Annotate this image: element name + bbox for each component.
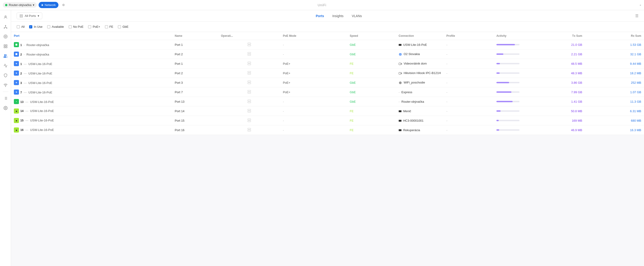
operation-cell [218, 87, 280, 97]
tab-insights[interactable]: Insights [329, 13, 347, 19]
table-row[interactable]: ■ 15 — USW-Lite-16-PoE Port 15 - FE HC3-… [11, 116, 644, 125]
svg-rect-22 [20, 15, 23, 16]
sidebar-item-wireless[interactable] [2, 81, 10, 89]
activity-bar-fill [496, 44, 515, 45]
connection-cell: - Router-obývačka [396, 97, 444, 106]
sidebar-item-topology[interactable] [2, 23, 10, 31]
menu-icon[interactable]: ☰ [635, 14, 638, 18]
speed-cell: GbE [347, 97, 396, 106]
svg-point-2 [4, 28, 4, 29]
port-dash: — [26, 128, 28, 132]
sidebar-item-user[interactable] [2, 13, 10, 21]
checkbox-no-poe[interactable] [68, 25, 72, 29]
poe-mode-cell: - [280, 40, 347, 50]
tab-ports[interactable]: Ports [312, 13, 328, 19]
poe-mode-cell: - [280, 97, 347, 106]
svg-rect-70 [248, 121, 250, 122]
port-number: 14 [20, 109, 24, 113]
checkbox-in-use[interactable] [29, 25, 32, 29]
col-port[interactable]: Port [11, 32, 172, 40]
rx-sum-cell: 11.3 GB [585, 97, 644, 106]
port-dash: — [24, 81, 26, 85]
connection-name: USW-Lite-16-PoE [403, 43, 427, 47]
operation-cell [218, 97, 280, 106]
sidebar-item-shield[interactable] [2, 71, 10, 80]
col-profile: Profile [444, 32, 494, 40]
port-status-icon [14, 99, 19, 104]
hdd-icon [248, 81, 251, 84]
rx-sum-cell: 252 MB [585, 78, 644, 87]
port-name-cell: Port 13 [172, 97, 218, 106]
profile-cell: - [444, 78, 494, 87]
sidebar-item-settings[interactable] [2, 104, 10, 112]
table-row[interactable]: 2 - Router-obývačka Port 2 - GbE O2 Slov… [11, 50, 644, 59]
col-speed: Speed [347, 32, 396, 40]
table-row[interactable]: 2 — USW-Lite-16-PoE Port 2 PoE+ FE Hikvi… [11, 69, 644, 78]
port-name-cell: Port 7 [172, 87, 218, 97]
operation-cell [218, 78, 280, 87]
col-tx-sum: Tx Sum [526, 32, 585, 40]
activity-bar [496, 129, 520, 131]
svg-rect-31 [16, 53, 17, 55]
port-device: USW-Lite-16-PoE [30, 119, 54, 122]
tab-vlans[interactable]: VLANs [348, 13, 366, 19]
sidebar-item-stats[interactable] [2, 42, 10, 51]
svg-point-1 [5, 25, 6, 26]
device-selector[interactable]: Router-obývačka ▾ [3, 2, 37, 8]
sidebar-item-routes[interactable] [2, 62, 10, 70]
checkbox-gbe[interactable] [118, 25, 121, 29]
operation-cell [218, 106, 280, 116]
table-row[interactable]: 1 — USW-Lite-16-PoE Port 1 PoE+ FE Video… [11, 59, 644, 69]
operation-cell [218, 50, 280, 59]
activity-bar [496, 91, 520, 93]
profile-cell: - [444, 97, 494, 106]
sidebar-divider [3, 92, 8, 92]
checkbox-available[interactable] [47, 25, 50, 29]
sidebar-item-target[interactable] [2, 32, 10, 41]
poe-mode-cell: - [280, 125, 347, 135]
filter-fe-label: FE [110, 25, 114, 29]
port-name-cell: Port 2 [172, 69, 218, 78]
operation-cell [218, 40, 280, 50]
table-row[interactable]: 3 — USW-Lite-16-PoE Port 3 PoE+ GbE WiFi… [11, 78, 644, 87]
svg-point-0 [5, 16, 6, 17]
nav-tab-network[interactable]: Network [38, 2, 58, 8]
connection-name: O2 Slovakia [404, 52, 420, 56]
activity-cell [494, 87, 526, 97]
table-row[interactable]: 13 — USW-Lite-16-PoE Port 13 - GbE - Rou… [11, 97, 644, 106]
table-row[interactable]: 7 — USW-Lite-16-PoE Port 7 PoE+ GbE - Ex… [11, 87, 644, 97]
profile-cell: - [444, 125, 494, 135]
settings-icon[interactable]: ⚙ [62, 3, 65, 7]
port-cell: ■ 14 — USW-Lite-16-PoE [11, 106, 172, 116]
activity-cell [494, 50, 526, 59]
hdd-icon [248, 90, 251, 94]
speed-cell: FE [347, 125, 396, 135]
profile-cell: - [444, 50, 494, 59]
filter-no-poe[interactable]: No PoE [68, 25, 84, 29]
activity-bar [496, 72, 520, 74]
filter-in-use[interactable]: In Use [29, 25, 42, 29]
profile-cell: - [444, 40, 494, 50]
filter-dropdown[interactable]: All Ports ▾ [17, 13, 42, 19]
checkbox-all[interactable] [17, 25, 20, 29]
filter-gbe[interactable]: GbE [118, 25, 128, 29]
svg-rect-73 [248, 128, 250, 129]
sidebar-item-clients[interactable] [2, 52, 10, 60]
chevron-down-icon: ▾ [33, 3, 34, 7]
checkbox-poe-plus[interactable] [88, 25, 91, 29]
filter-available[interactable]: Available [47, 25, 64, 29]
svg-rect-40 [248, 64, 250, 65]
connection-name: Router-obývačka [402, 100, 424, 103]
table-row[interactable]: ■ 16 — USW-Lite-16-PoE Port 16 - FE Reku… [11, 125, 644, 135]
port-device: USW-Lite-16-PoE [28, 81, 52, 85]
port-dash: — [26, 119, 28, 122]
filter-poe-plus[interactable]: PoE+ [88, 25, 100, 29]
svg-rect-10 [6, 45, 7, 46]
table-row[interactable]: 1 - Router-obývačka Port 1 - GbE USW-Lit… [11, 40, 644, 50]
sidebar-item-list[interactable] [2, 94, 10, 102]
checkbox-fe[interactable] [105, 25, 108, 29]
filter-fe[interactable]: FE [105, 25, 114, 29]
filter-all[interactable]: All [17, 25, 24, 29]
connection-name: Videovrátnik dom [404, 62, 427, 65]
table-row[interactable]: ■ 14 — USW-Lite-16-PoE Port 14 - FE Meni… [11, 106, 644, 116]
